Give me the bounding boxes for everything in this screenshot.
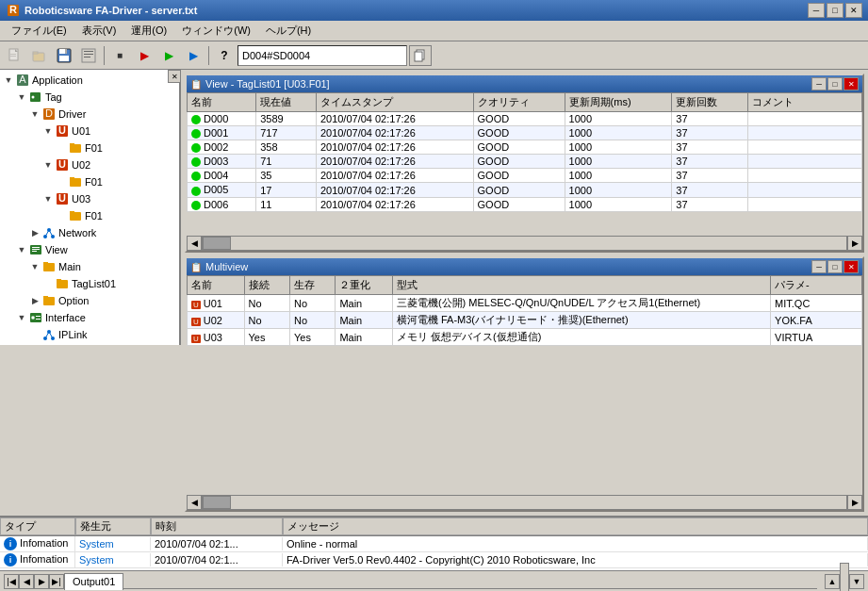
run-button[interactable]: ▶ <box>133 44 156 67</box>
expand-tag[interactable]: ▼ <box>15 90 28 104</box>
log-row[interactable]: iInfomation System 2010/07/04 02:1... On… <box>0 536 868 552</box>
tab-output01[interactable]: Output01 <box>64 573 123 590</box>
cell-name: D000 <box>188 112 256 126</box>
minimize-button[interactable]: ─ <box>808 3 825 18</box>
tab-scroll-prev[interactable]: ◀ <box>19 574 34 589</box>
multiview-scroll-track[interactable] <box>202 495 847 510</box>
mv-col-connected: 接続 <box>244 276 289 295</box>
expand-iplink[interactable] <box>28 328 41 341</box>
view-close-button[interactable]: ✕ <box>843 77 859 90</box>
expand-driver[interactable]: ▼ <box>28 107 41 121</box>
multiview-minimize-button[interactable]: ─ <box>811 260 827 273</box>
menu-file[interactable]: ファイル(E) <box>4 22 74 40</box>
log-scroll-down[interactable]: ▼ <box>849 574 864 589</box>
cell-period: 1000 <box>565 112 672 126</box>
expand-u03-f01[interactable] <box>55 209 68 222</box>
expand-taglist01[interactable] <box>41 277 55 290</box>
log-vscroll-track[interactable] <box>840 563 849 592</box>
table-row[interactable]: D004 35 2010/07/04 02:17:26 GOOD 1000 37 <box>188 169 862 183</box>
sidebar-item-main[interactable]: ▼ Main <box>28 258 177 275</box>
expand-interface[interactable]: ▼ <box>15 311 28 324</box>
log-scroll-up[interactable]: ▲ <box>825 574 840 589</box>
multiview-hscrollbar[interactable]: ◀ ▶ <box>187 495 862 510</box>
menu-window[interactable]: ウィンドウ(W) <box>174 22 258 40</box>
pause-button[interactable]: ▶ <box>157 44 180 67</box>
help-button[interactable]: ? <box>213 44 236 67</box>
log-row[interactable]: iInfomation System 2010/07/04 02:1... FA… <box>0 552 868 568</box>
view-minimize-button[interactable]: ─ <box>811 77 827 90</box>
open-button[interactable] <box>28 44 51 67</box>
sidebar-item-option[interactable]: ▶ Option <box>28 292 177 309</box>
table-row[interactable]: UU03 Yes Yes Main メモリ 仮想デバイス(仮想通信) VIRTU… <box>188 329 862 346</box>
expand-u01-f01[interactable] <box>55 141 68 155</box>
view-hscrollbar[interactable]: ◀ ▶ <box>187 236 862 251</box>
stop-button[interactable]: ■ <box>108 44 131 67</box>
maximize-button[interactable]: □ <box>827 3 843 18</box>
expand-u01[interactable]: ▼ <box>41 124 55 138</box>
sidebar-item-tag[interactable]: ▼ Tag <box>15 89 177 106</box>
cell-timestamp: 2010/07/04 02:17:26 <box>316 183 473 197</box>
multiview-scroll-right[interactable]: ▶ <box>847 495 862 510</box>
table-row[interactable]: UU02 No No Main 横河電機 FA-M3(バイナリモード・推奨)(E… <box>188 312 862 329</box>
sidebar-item-u03[interactable]: ▼ U U03 <box>41 190 177 207</box>
cell-comment <box>747 140 861 155</box>
expand-main[interactable]: ▼ <box>28 260 41 273</box>
sidebar-item-u01-f01[interactable]: F01 <box>55 140 177 156</box>
view-maximize-button[interactable]: □ <box>827 77 843 90</box>
iplink-icon <box>41 327 57 342</box>
sidebar-item-u02-f01[interactable]: F01 <box>55 173 177 190</box>
multiview-table-container[interactable]: 名前 接続 生存 ２重化 型式 パラメ- UU01 No No Main 三菱電… <box>187 275 862 495</box>
log-table[interactable]: iInfomation System 2010/07/04 02:1... On… <box>0 536 868 570</box>
cell-timestamp: 2010/07/04 02:17:26 <box>316 169 473 183</box>
menu-help[interactable]: ヘルプ(H) <box>258 22 319 40</box>
save-button[interactable] <box>53 44 75 67</box>
sidebar-close-button[interactable]: ✕ <box>168 70 181 83</box>
multiview-close-button[interactable]: ✕ <box>843 260 859 273</box>
tab-scroll-next[interactable]: ▶ <box>34 574 49 589</box>
sidebar-item-u03-f01[interactable]: F01 <box>55 207 177 224</box>
expand-u02-f01[interactable] <box>55 175 68 189</box>
expand-application[interactable]: ▼ <box>2 74 15 87</box>
view-scroll-track[interactable] <box>202 236 847 251</box>
expand-u03[interactable]: ▼ <box>41 192 55 205</box>
close-button[interactable]: ✕ <box>845 3 862 18</box>
expand-option[interactable]: ▶ <box>28 294 41 307</box>
sidebar-item-taglist01[interactable]: TagList01 <box>41 275 177 292</box>
table-row[interactable]: D005 17 2010/07/04 02:17:26 GOOD 1000 37 <box>188 183 862 197</box>
copy-address-button[interactable] <box>409 45 432 66</box>
title-bar: R Roboticsware FA-Driver - server.txt ─ … <box>0 0 868 21</box>
sidebar-item-u02[interactable]: ▼ U U02 <box>41 156 177 173</box>
menu-view[interactable]: 表示(V) <box>74 22 124 40</box>
new-button[interactable] <box>4 44 26 67</box>
log-cell-type: iInfomation <box>0 536 75 551</box>
step-button[interactable]: ▶ <box>182 44 205 67</box>
tab-scroll-last[interactable]: ▶| <box>49 574 64 589</box>
sidebar-item-interface[interactable]: ▼ Interface <box>15 309 177 326</box>
table-row[interactable]: UU01 No No Main 三菱電機(公開) MELSEC-Q/QnU/Qn… <box>188 295 862 312</box>
expand-view[interactable]: ▼ <box>15 243 28 256</box>
sidebar-item-view[interactable]: ▼ View <box>15 241 177 258</box>
table-row[interactable]: D006 11 2010/07/04 02:17:26 GOOD 1000 37 <box>188 197 862 211</box>
cell-period: 1000 <box>565 169 672 183</box>
multiview-maximize-button[interactable]: □ <box>827 260 843 273</box>
menu-operation[interactable]: 運用(O) <box>123 22 174 40</box>
table-row[interactable]: D001 717 2010/07/04 02:17:26 GOOD 1000 3… <box>188 126 862 140</box>
sidebar-item-driver[interactable]: ▼ D Driver <box>28 106 177 123</box>
sidebar-item-iplink[interactable]: IPLink <box>28 326 177 343</box>
table-row[interactable]: D000 3589 2010/07/04 02:17:26 GOOD 1000 … <box>188 112 862 126</box>
properties-button[interactable] <box>77 44 100 67</box>
sidebar-item-network[interactable]: ▶ Network <box>28 224 177 241</box>
sidebar-item-application[interactable]: ▼ A Application <box>2 72 177 89</box>
table-row[interactable]: D002 358 2010/07/04 02:17:26 GOOD 1000 3… <box>188 140 862 155</box>
table-row[interactable]: D003 71 2010/07/04 02:17:26 GOOD 1000 37 <box>188 155 862 169</box>
view-scroll-left[interactable]: ◀ <box>187 236 202 251</box>
view-table-container[interactable]: 名前 現在値 タイムスタンプ クオリティ 更新周期(ms) 更新回数 コメント … <box>187 92 862 236</box>
tab-scroll-first[interactable]: |◀ <box>4 574 19 589</box>
expand-network[interactable]: ▶ <box>28 226 41 239</box>
view-scroll-right[interactable]: ▶ <box>847 236 862 251</box>
address-input[interactable] <box>237 45 407 66</box>
sidebar-item-u01[interactable]: ▼ U U01 <box>41 123 177 140</box>
expand-u02[interactable]: ▼ <box>41 158 55 172</box>
svg-rect-26 <box>70 144 81 153</box>
multiview-scroll-left[interactable]: ◀ <box>187 495 202 510</box>
